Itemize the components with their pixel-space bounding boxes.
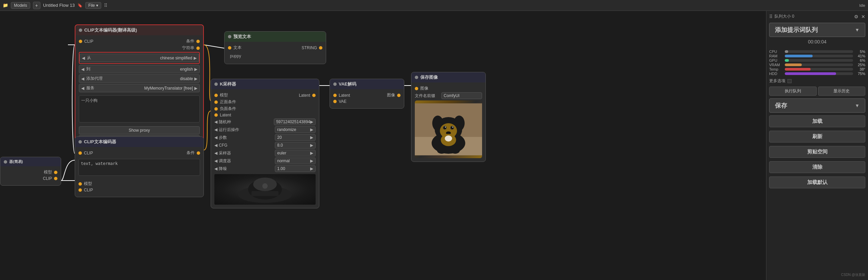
latent-out-label: Latent xyxy=(299,93,310,98)
clip-simple-cond-label: 条件 xyxy=(187,150,195,156)
paste-button[interactable]: 剪贴空间 xyxy=(769,146,865,158)
scheduler-left-arrow[interactable]: ◀ xyxy=(214,158,217,163)
clip-simple-model-dot xyxy=(78,182,82,186)
denoise-right-arrow[interactable]: ▶ xyxy=(310,166,313,171)
service-left-arrow[interactable]: ◀ xyxy=(81,86,84,91)
port-clip-row: CLIP 条件 xyxy=(79,38,200,44)
proxy-right-arrow[interactable]: ▶ xyxy=(194,76,197,81)
filename-value: ComfyUI xyxy=(444,93,460,98)
denoise-label: 降噪 xyxy=(219,166,227,172)
simple-model-dot xyxy=(54,171,57,174)
node-clip-adv-title: CLIP文本编码器(翻译高级) xyxy=(84,27,137,33)
string-port-dot xyxy=(319,46,322,50)
from-left-arrow[interactable]: ◀ xyxy=(82,56,85,60)
cpu-bar xyxy=(785,50,788,53)
models-button[interactable]: Models xyxy=(11,2,30,9)
vae-latent-label: Latent xyxy=(339,93,350,98)
folder-icon: 📁 xyxy=(3,3,8,8)
vae-latent-row: Latent 图像 xyxy=(333,92,401,98)
denoise-row: ◀ 降噪 1.00 ▶ xyxy=(214,165,316,172)
service-value: MyMemoryTranslator [free] xyxy=(107,86,193,91)
save-image-port-row: 图像 xyxy=(415,86,482,91)
seed-right-arrow[interactable]: ▶ xyxy=(310,119,313,124)
stat-cpu: CPU 5% xyxy=(769,50,865,54)
sampler-left-arrow[interactable]: ◀ xyxy=(214,151,217,155)
vram-label: VRAM xyxy=(769,63,783,67)
sampler-right-arrow[interactable]: ▶ xyxy=(310,151,313,155)
clip-simple-clip2-dot xyxy=(78,188,82,192)
preview-content: puppy xyxy=(228,52,322,60)
to-right-arrow[interactable]: ▶ xyxy=(194,67,197,72)
proxy-left-arrow[interactable]: ◀ xyxy=(81,76,84,81)
save-image-label: 图像 xyxy=(420,86,428,91)
denoise-left-arrow[interactable]: ◀ xyxy=(214,166,217,171)
service-select[interactable]: ◀ 服务 MyMemoryTranslator [free] ▶ xyxy=(79,84,200,92)
history-button[interactable]: 显示历史 xyxy=(818,87,866,96)
node-preview-title: 预览文本 xyxy=(233,34,251,40)
refresh-button[interactable]: 刷新 xyxy=(769,131,865,143)
hdd-bar xyxy=(785,72,836,75)
load-default-button[interactable]: 加载默认 xyxy=(769,176,865,188)
node-clip-adv-body: CLIP 条件 宁符串 ◀ 从 chines xyxy=(75,35,203,147)
show-proxy-button[interactable]: Show proxy xyxy=(79,126,200,134)
simple-model-row: 模型 xyxy=(4,169,57,175)
after-right-arrow[interactable]: ▶ xyxy=(310,127,313,132)
node-simple-header: 器(简易) xyxy=(0,157,61,166)
scheduler-right-arrow[interactable]: ▶ xyxy=(310,158,313,163)
sampler-value: euler xyxy=(277,151,286,155)
gpu-label: GPU xyxy=(769,58,783,62)
ksampler-negative-row: 负面条件 xyxy=(214,106,316,112)
add-queue-button[interactable]: 添加提示词队列 ▼ xyxy=(769,23,865,37)
hdd-value: 75% xyxy=(855,72,865,76)
seed-left-arrow[interactable]: ◀ xyxy=(214,119,217,124)
ram-value: 41% xyxy=(855,54,865,58)
flow-title: Untitled Flow 13 xyxy=(43,3,75,8)
svg-line-0 xyxy=(204,45,224,48)
service-right-arrow[interactable]: ▶ xyxy=(194,86,197,91)
to-value: english xyxy=(107,67,193,72)
latent-out-dot xyxy=(312,94,316,97)
temp-bar-wrap xyxy=(785,68,853,71)
file-menu-button[interactable]: File ▾ xyxy=(85,2,101,9)
save-button[interactable]: 保存 ▼ xyxy=(769,98,865,113)
more-options[interactable]: 更多选项 xyxy=(769,78,865,84)
dog-svg xyxy=(415,100,482,158)
steps-right-arrow[interactable]: ▶ xyxy=(310,135,313,140)
clip-simple-clip-row: CLIP 条件 xyxy=(78,150,200,156)
stats-section: CPU 5% RAM 41% GPU 6% VRAM 25% xyxy=(769,49,865,76)
sampler-row: ◀ 采样器 euler ▶ xyxy=(214,150,316,156)
more-menu-button[interactable]: ⠿ xyxy=(104,3,107,8)
add-flow-button[interactable]: + xyxy=(33,2,40,9)
cfg-left-arrow[interactable]: ◀ xyxy=(214,143,217,148)
from-select[interactable]: ◀ 从 chinese simplified ▶ xyxy=(79,54,199,62)
scheduler-row: ◀ 调度器 normal ▶ xyxy=(214,157,316,164)
to-left-arrow[interactable]: ◀ xyxy=(81,67,84,72)
after-left-arrow[interactable]: ◀ xyxy=(214,127,217,132)
queue-button[interactable]: 执行队列 xyxy=(769,87,817,96)
gpu-value: 6% xyxy=(855,58,865,62)
clip-adv-textarea[interactable]: 一只小狗 xyxy=(79,95,200,123)
after-row: ◀ 运行后操作 randomize ▶ xyxy=(214,126,316,133)
right-sidebar: ⠿ 队列大小 0 ⚙ ✕ 添加提示词队列 ▼ 00:00:04 CPU 5% R… xyxy=(766,11,868,280)
to-select[interactable]: ◀ 到 english ▶ xyxy=(79,65,200,73)
svg-point-21 xyxy=(445,127,446,128)
clip-simple-textarea[interactable]: text, watermark xyxy=(78,159,200,176)
from-right-arrow[interactable]: ▶ xyxy=(194,56,197,60)
filename-row: 文件名前缀 ComfyUI xyxy=(415,92,482,99)
ram-bar-wrap xyxy=(785,55,853,57)
more-options-checkbox[interactable] xyxy=(787,79,792,83)
close-icon[interactable]: ✕ xyxy=(861,14,865,19)
cfg-right-arrow[interactable]: ▶ xyxy=(310,143,313,148)
gear-icon[interactable]: ⚙ xyxy=(854,14,858,19)
node-preview-body: 文本 STRING puppy xyxy=(225,42,326,64)
string-port-dot xyxy=(196,46,200,50)
load-button[interactable]: 加载 xyxy=(769,115,865,127)
credit-label: CSDN @张晨新 xyxy=(769,273,865,277)
clear-button[interactable]: 清除 xyxy=(769,161,865,173)
proxy-select[interactable]: ◀ 添加代理 disable ▶ xyxy=(79,74,200,83)
node-clip-simple-title: CLIP文本编码器 xyxy=(84,139,116,145)
steps-left-arrow[interactable]: ◀ xyxy=(214,135,217,140)
sampler-label: 采样器 xyxy=(219,150,231,156)
node-vae-header: VAE解码 xyxy=(330,79,404,89)
node-dot xyxy=(78,140,82,144)
